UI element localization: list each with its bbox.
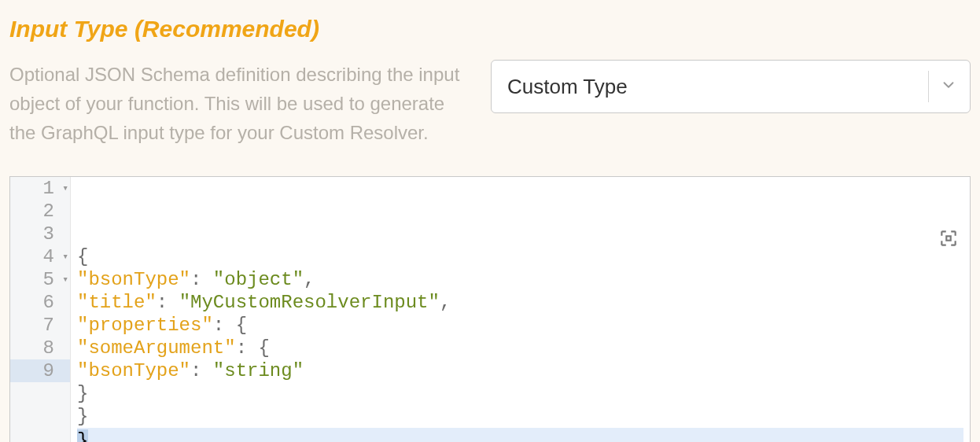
code-line[interactable]: "bsonType": "string" [77, 359, 963, 382]
gutter-line: 3 [10, 223, 70, 245]
gutter-line: 8 [10, 337, 70, 359]
editor-gutter: 1▾234▾5▾6789 [10, 177, 71, 442]
code-line[interactable]: "someArgument": { [77, 337, 963, 359]
section-description: Optional JSON Schema definition describi… [9, 60, 466, 148]
code-editor[interactable]: 1▾234▾5▾6789 { "bsonType": "object", "ti… [9, 176, 971, 442]
gutter-line: 2 [10, 200, 70, 223]
chevron-down-icon [940, 76, 957, 97]
fold-toggle-icon[interactable]: ▾ [62, 268, 68, 291]
gutter-line: 7 [10, 314, 70, 337]
fold-toggle-icon[interactable]: ▾ [62, 177, 68, 200]
code-line[interactable]: } [77, 382, 963, 405]
gutter-line: 4▾ [10, 245, 70, 268]
select-divider [928, 71, 929, 102]
input-type-select-value: Custom Type [507, 75, 628, 99]
section-title: Input Type (Recommended) [9, 16, 971, 42]
code-line[interactable]: "properties": { [77, 314, 963, 337]
gutter-line: 1▾ [10, 177, 70, 200]
editor-code-area[interactable]: { "bsonType": "object", "title": "MyCust… [71, 177, 970, 442]
code-line[interactable]: "title": "MyCustomResolverInput", [77, 291, 963, 314]
gutter-line: 5▾ [10, 268, 70, 291]
svg-rect-0 [946, 236, 950, 240]
code-line[interactable]: } [77, 405, 963, 428]
gutter-line: 9 [10, 359, 70, 382]
fold-toggle-icon[interactable]: ▾ [62, 245, 68, 268]
gutter-line: 6 [10, 291, 70, 314]
fullscreen-icon[interactable] [825, 205, 959, 278]
input-type-select[interactable]: Custom Type [491, 60, 971, 113]
code-line[interactable]: } [77, 428, 963, 442]
